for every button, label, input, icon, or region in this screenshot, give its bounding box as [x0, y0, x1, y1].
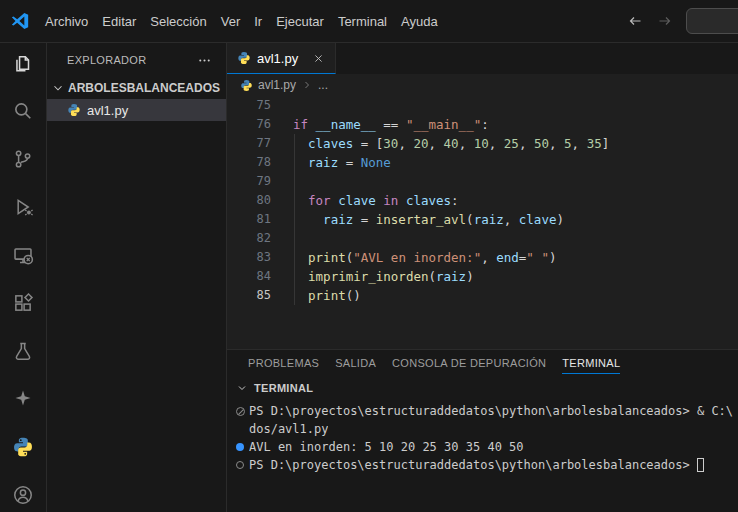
- editor-group: avl1.py avl1.py ... 7576if __name__: [227, 43, 738, 512]
- title-bar-right: [626, 8, 738, 34]
- folder-name: ARBOLESBALANCEADOS: [68, 81, 220, 95]
- panel-tab-salida[interactable]: SALIDA: [327, 350, 384, 376]
- explorer-icon[interactable]: [11, 51, 35, 75]
- panel-tab-consola-de-depuracio-n[interactable]: CONSOLA DE DEPURACIÓN: [384, 350, 554, 376]
- menu-bar: ArchivoEditarSelecciónVerIrEjecutarTermi…: [38, 0, 445, 42]
- line-number: 85: [227, 286, 271, 305]
- line-number: 78: [227, 153, 271, 172]
- menu-ver[interactable]: Ver: [214, 0, 248, 42]
- menu-terminal[interactable]: Terminal: [331, 0, 394, 42]
- code-line-77[interactable]: 77 claves = [30, 20, 40, 10, 25, 50, 5, …: [227, 134, 738, 153]
- activity-bar: [0, 43, 47, 512]
- line-number: 77: [227, 134, 271, 153]
- tab-bar: avl1.py: [227, 43, 738, 74]
- panel-tab-problemas[interactable]: PROBLEMAS: [240, 350, 327, 376]
- code-line-85[interactable]: 85 print(): [227, 286, 738, 305]
- chevron-right-icon: [301, 79, 313, 91]
- python-file-icon: [67, 103, 81, 117]
- code-line-75[interactable]: 75: [227, 96, 738, 115]
- code-line-78[interactable]: 78 raiz = None: [227, 153, 738, 172]
- line-number: 80: [227, 191, 271, 210]
- line-number: 79: [227, 172, 271, 191]
- breadcrumb-more: ...: [318, 78, 328, 92]
- search-icon[interactable]: [11, 99, 35, 123]
- testing-icon[interactable]: [11, 339, 35, 363]
- vscode-logo-icon: [10, 11, 30, 31]
- python-file-icon: [237, 51, 251, 65]
- line-number: 75: [227, 96, 271, 115]
- menu-seleccion[interactable]: Selección: [143, 0, 213, 42]
- panel-tab-terminal[interactable]: TERMINAL: [554, 350, 628, 376]
- run-debug-icon[interactable]: [11, 195, 35, 219]
- terminal-line-4: PS D:\proyectos\estructuraddedatos\pytho…: [231, 456, 738, 474]
- breadcrumb[interactable]: avl1.py ...: [227, 74, 738, 96]
- chevron-down-icon: [51, 81, 65, 95]
- vscode-window: ArchivoEditarSelecciónVerIrEjecutarTermi…: [0, 0, 738, 512]
- menu-ayuda[interactable]: Ayuda: [394, 0, 445, 42]
- terminal-line-1: PS D:\proyectos\estructuraddedatos\pytho…: [231, 402, 738, 420]
- terminal-output[interactable]: PS D:\proyectos\estructuraddedatos\pytho…: [227, 400, 738, 512]
- code-line-81[interactable]: 81 raiz = insertar_avl(raiz, clave): [227, 210, 738, 229]
- code-line-76[interactable]: 76if __name__ == "__main__":: [227, 115, 738, 134]
- terminal-line-3: AVL en inorden: 5 10 20 25 30 35 40 50: [231, 438, 738, 456]
- more-actions-icon[interactable]: [197, 53, 212, 68]
- line-number: 83: [227, 248, 271, 267]
- code-line-83[interactable]: 83 print("AVL en inorden:", end=" "): [227, 248, 738, 267]
- terminal-section-title: TERMINAL: [254, 382, 313, 394]
- line-number: 82: [227, 229, 271, 248]
- breadcrumb-file: avl1.py: [258, 78, 296, 92]
- panel-tab-bar: PROBLEMASSALIDACONSOLA DE DEPURACIÓNTERM…: [227, 350, 738, 376]
- folder-row-arbolesbalanceados[interactable]: ARBOLESBALANCEADOS: [47, 77, 226, 99]
- menu-editar[interactable]: Editar: [95, 0, 143, 42]
- sidebar-header: EXPLORADOR: [47, 43, 226, 77]
- menu-ir[interactable]: Ir: [247, 0, 269, 42]
- extensions-icon[interactable]: [11, 291, 35, 315]
- menu-archivo[interactable]: Archivo: [38, 0, 95, 42]
- command-decoration-slash-icon[interactable]: [231, 407, 249, 416]
- file-name: avl1.py: [87, 103, 128, 118]
- line-number: 84: [227, 267, 271, 286]
- sidebar-title: EXPLORADOR: [67, 54, 146, 66]
- command-decoration-circle-icon[interactable]: [231, 461, 249, 469]
- code-line-82[interactable]: 82: [227, 229, 738, 248]
- line-number: 76: [227, 115, 271, 134]
- forward-arrow-icon[interactable]: [656, 12, 674, 30]
- indent-guide: [294, 134, 295, 305]
- source-control-icon[interactable]: [11, 147, 35, 171]
- code-lines: 7576if __name__ == "__main__":77 claves …: [227, 96, 738, 305]
- chevron-down-icon: [236, 382, 248, 394]
- command-center-search[interactable]: [686, 8, 738, 34]
- account-icon[interactable]: [11, 483, 35, 507]
- tab-avl1[interactable]: avl1.py: [227, 43, 336, 74]
- terminal-cursor: [697, 458, 704, 472]
- file-row-avl1[interactable]: avl1.py: [47, 99, 226, 121]
- bottom-panel: PROBLEMASSALIDACONSOLA DE DEPURACIÓNTERM…: [227, 349, 738, 512]
- python-file-icon: [240, 79, 253, 92]
- command-decoration-dot-icon[interactable]: [231, 443, 249, 451]
- remote-window-icon[interactable]: [11, 243, 35, 267]
- code-editor[interactable]: 7576if __name__ == "__main__":77 claves …: [227, 96, 738, 349]
- back-arrow-icon[interactable]: [626, 12, 644, 30]
- title-bar: ArchivoEditarSelecciónVerIrEjecutarTermi…: [0, 0, 738, 43]
- python-extension-icon[interactable]: [11, 435, 35, 459]
- line-number: 81: [227, 210, 271, 229]
- close-icon[interactable]: [312, 52, 325, 65]
- code-line-79[interactable]: 79: [227, 172, 738, 191]
- explorer-sidebar: EXPLORADOR ARBOLESBALANCEADOS avl1.py: [47, 43, 227, 512]
- tab-label: avl1.py: [257, 51, 298, 66]
- terminal-section-header[interactable]: TERMINAL: [227, 376, 738, 400]
- code-line-80[interactable]: 80 for clave in claves:: [227, 191, 738, 210]
- code-line-84[interactable]: 84 imprimir_inorden(raiz): [227, 267, 738, 286]
- menu-ejecutar[interactable]: Ejecutar: [269, 0, 331, 42]
- terminal-line-2: dos/avl1.py: [231, 420, 738, 438]
- sparkle-icon[interactable]: [11, 387, 35, 411]
